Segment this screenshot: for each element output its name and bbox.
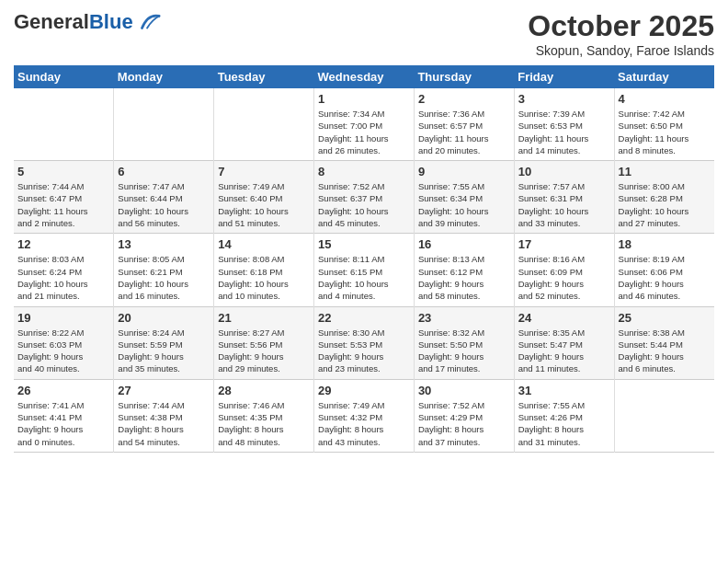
day-number: 12 [17,237,109,251]
day-number: 8 [318,165,410,178]
calendar-cell: 23Sunrise: 8:32 AMSunset: 5:50 PMDayligh… [414,306,514,379]
logo-general-text: General [14,10,89,33]
calendar-cell: 31Sunrise: 7:55 AMSunset: 4:26 PMDayligh… [514,379,614,452]
logo-icon [135,9,161,35]
day-number: 26 [17,384,109,397]
day-number: 17 [518,237,610,251]
calendar-cell [214,88,314,161]
calendar-cell: 30Sunrise: 7:52 AMSunset: 4:29 PMDayligh… [414,379,514,452]
day-info: Sunrise: 8:00 AMSunset: 6:28 PMDaylight:… [619,180,711,229]
day-number: 20 [118,311,210,325]
day-number: 4 [619,92,711,106]
day-number: 15 [318,237,410,251]
header-cell-monday: Monday [114,65,214,88]
day-number: 22 [318,311,410,325]
day-info: Sunrise: 7:44 AMSunset: 4:38 PMDaylight:… [118,399,210,448]
day-number: 23 [418,311,510,325]
page-container: GeneralBlue October 2025 Skopun, Sandoy,… [0,0,728,462]
header-cell-sunday: Sunday [14,65,114,88]
day-info: Sunrise: 8:30 AMSunset: 5:53 PMDaylight:… [318,327,410,375]
day-number: 24 [518,311,610,325]
calendar-cell: 2Sunrise: 7:36 AMSunset: 6:57 PMDaylight… [414,88,514,161]
day-number: 13 [118,237,210,251]
logo: GeneralBlue [14,9,161,35]
calendar-cell: 19Sunrise: 8:22 AMSunset: 6:03 PMDayligh… [14,306,114,379]
calendar-week-5: 26Sunrise: 7:41 AMSunset: 4:41 PMDayligh… [14,379,714,452]
calendar-cell: 3Sunrise: 7:39 AMSunset: 6:53 PMDaylight… [514,88,614,161]
calendar-week-2: 5Sunrise: 7:44 AMSunset: 6:47 PMDaylight… [14,161,714,234]
day-number: 10 [518,165,610,178]
day-info: Sunrise: 7:46 AMSunset: 4:35 PMDaylight:… [218,399,310,448]
day-number: 25 [619,311,711,325]
calendar-cell [114,88,214,161]
day-number: 6 [118,165,210,178]
day-info: Sunrise: 8:35 AMSunset: 5:47 PMDaylight:… [518,327,610,375]
header-cell-saturday: Saturday [614,65,714,88]
calendar-cell: 6Sunrise: 7:47 AMSunset: 6:44 PMDaylight… [114,161,214,234]
title-block: October 2025 Skopun, Sandoy, Faroe Islan… [528,9,714,58]
calendar-cell: 21Sunrise: 8:27 AMSunset: 5:56 PMDayligh… [214,306,314,379]
calendar-cell: 14Sunrise: 8:08 AMSunset: 6:18 PMDayligh… [214,234,314,306]
day-number: 5 [17,165,109,178]
calendar-cell: 12Sunrise: 8:03 AMSunset: 6:24 PMDayligh… [14,234,114,306]
calendar-cell: 4Sunrise: 7:42 AMSunset: 6:50 PMDaylight… [614,88,714,161]
day-info: Sunrise: 7:49 AMSunset: 6:40 PMDaylight:… [218,180,310,229]
day-number: 7 [218,165,310,178]
day-info: Sunrise: 8:16 AMSunset: 6:09 PMDaylight:… [518,253,610,302]
day-info: Sunrise: 8:22 AMSunset: 6:03 PMDaylight:… [17,327,109,375]
header: GeneralBlue October 2025 Skopun, Sandoy,… [14,9,714,58]
day-info: Sunrise: 7:34 AMSunset: 7:00 PMDaylight:… [318,108,410,156]
day-number: 18 [619,237,711,251]
day-number: 28 [218,384,310,397]
calendar-cell: 15Sunrise: 8:11 AMSunset: 6:15 PMDayligh… [314,234,415,306]
day-number: 1 [318,92,410,106]
day-info: Sunrise: 8:05 AMSunset: 6:21 PMDaylight:… [118,253,210,302]
calendar-cell: 10Sunrise: 7:57 AMSunset: 6:31 PMDayligh… [514,161,614,234]
calendar-cell: 16Sunrise: 8:13 AMSunset: 6:12 PMDayligh… [414,234,514,306]
calendar-week-1: 1Sunrise: 7:34 AMSunset: 7:00 PMDaylight… [14,88,714,161]
day-info: Sunrise: 8:38 AMSunset: 5:44 PMDaylight:… [619,327,711,375]
calendar-week-4: 19Sunrise: 8:22 AMSunset: 6:03 PMDayligh… [14,306,714,379]
day-info: Sunrise: 7:52 AMSunset: 6:37 PMDaylight:… [318,180,410,229]
calendar-cell: 7Sunrise: 7:49 AMSunset: 6:40 PMDaylight… [214,161,314,234]
calendar-cell: 27Sunrise: 7:44 AMSunset: 4:38 PMDayligh… [114,379,214,452]
day-info: Sunrise: 8:32 AMSunset: 5:50 PMDaylight:… [418,327,510,375]
day-info: Sunrise: 7:41 AMSunset: 4:41 PMDaylight:… [17,399,109,448]
calendar-cell: 13Sunrise: 8:05 AMSunset: 6:21 PMDayligh… [114,234,214,306]
calendar-table: SundayMondayTuesdayWednesdayThursdayFrid… [14,65,714,453]
header-cell-tuesday: Tuesday [214,65,314,88]
day-number: 19 [17,311,109,325]
calendar-cell: 24Sunrise: 8:35 AMSunset: 5:47 PMDayligh… [514,306,614,379]
day-info: Sunrise: 7:36 AMSunset: 6:57 PMDaylight:… [418,108,510,156]
day-number: 16 [418,237,510,251]
day-info: Sunrise: 7:57 AMSunset: 6:31 PMDaylight:… [518,180,610,229]
month-title: October 2025 [528,9,714,43]
day-info: Sunrise: 7:44 AMSunset: 6:47 PMDaylight:… [17,180,109,229]
day-number: 21 [218,311,310,325]
day-info: Sunrise: 8:24 AMSunset: 5:59 PMDaylight:… [118,327,210,375]
calendar-cell: 22Sunrise: 8:30 AMSunset: 5:53 PMDayligh… [314,306,415,379]
header-cell-thursday: Thursday [414,65,514,88]
day-number: 31 [518,384,610,397]
calendar-cell: 18Sunrise: 8:19 AMSunset: 6:06 PMDayligh… [614,234,714,306]
day-number: 11 [619,165,711,178]
day-number: 14 [218,237,310,251]
calendar-cell: 29Sunrise: 7:49 AMSunset: 4:32 PMDayligh… [314,379,415,452]
day-number: 9 [418,165,510,178]
day-number: 3 [518,92,610,106]
day-info: Sunrise: 7:47 AMSunset: 6:44 PMDaylight:… [118,180,210,229]
day-info: Sunrise: 7:52 AMSunset: 4:29 PMDaylight:… [418,399,510,448]
calendar-cell: 28Sunrise: 7:46 AMSunset: 4:35 PMDayligh… [214,379,314,452]
calendar-cell: 11Sunrise: 8:00 AMSunset: 6:28 PMDayligh… [614,161,714,234]
day-info: Sunrise: 8:08 AMSunset: 6:18 PMDaylight:… [218,253,310,302]
day-info: Sunrise: 8:19 AMSunset: 6:06 PMDaylight:… [619,253,711,302]
calendar-cell: 1Sunrise: 7:34 AMSunset: 7:00 PMDaylight… [314,88,415,161]
calendar-cell: 17Sunrise: 8:16 AMSunset: 6:09 PMDayligh… [514,234,614,306]
day-info: Sunrise: 7:39 AMSunset: 6:53 PMDaylight:… [518,108,610,156]
calendar-cell [614,379,714,452]
day-number: 29 [318,384,410,397]
logo-blue-text: Blue [89,10,133,33]
day-info: Sunrise: 8:27 AMSunset: 5:56 PMDaylight:… [218,327,310,375]
day-number: 27 [118,384,210,397]
day-info: Sunrise: 7:55 AMSunset: 4:26 PMDaylight:… [518,399,610,448]
